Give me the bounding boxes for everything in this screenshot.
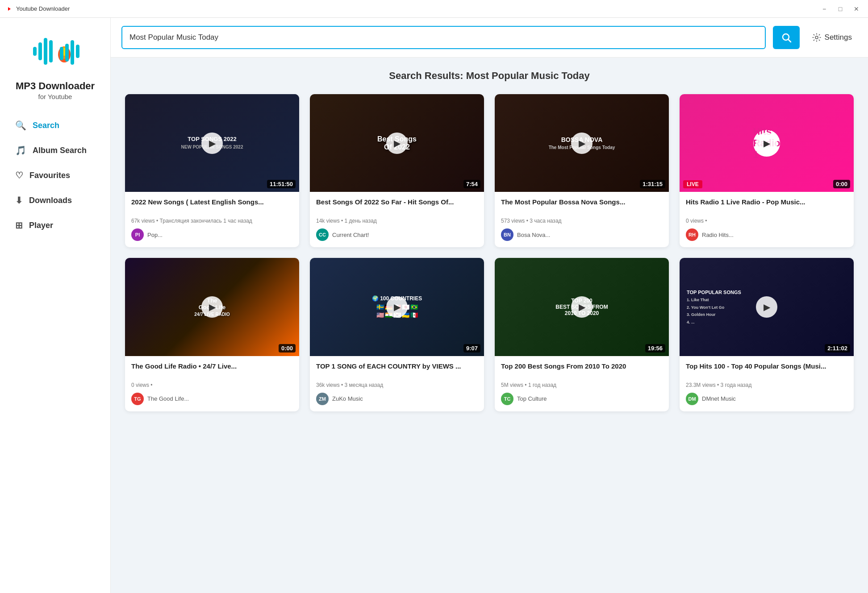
duration-5: 0:00 <box>279 344 296 352</box>
card-meta-3: 573 views • 3 часа назад <box>501 218 663 224</box>
heart-icon: ♡ <box>15 170 23 181</box>
video-card-8[interactable]: TOP POPULAR SONGS 1. Like That2. You Won… <box>680 258 854 411</box>
search-icon <box>781 32 792 43</box>
channel-name-8: DMnet Music <box>702 395 736 402</box>
live-badge-4: LIVE <box>683 180 702 188</box>
play-button-5[interactable]: ▶ <box>201 296 223 318</box>
channel-name-6: ZuKo Music <box>332 395 363 402</box>
channel-avatar-7: TC <box>501 393 513 405</box>
app-name: Youtube Downloader <box>16 5 70 12</box>
logo-area: MP3 Downloader for Youtube <box>16 27 95 100</box>
play-button-4[interactable]: ▶ <box>756 133 777 154</box>
thumbnail-6: 🌍 100 COUNTRIES 🇸🇪🇩🇪🇫🇷🇯🇵🇧🇷 🇺🇸🇮🇳🇰🇷🇺🇦🇲🇽 ▶ … <box>310 258 484 356</box>
duration-4: 0:00 <box>833 180 850 188</box>
play-button-3[interactable]: ▶ <box>571 133 593 154</box>
sidebar-item-downloads[interactable]: ⬇ Downloads <box>7 189 103 212</box>
search-input[interactable] <box>121 26 766 49</box>
sidebar-item-album-search[interactable]: 🎵 Album Search <box>7 139 103 162</box>
main-content: Settings Search Results: Most Popular Mu… <box>111 18 868 593</box>
play-button-6[interactable]: ▶ <box>386 296 408 318</box>
sidebar-item-search[interactable]: 🔍 Search <box>7 114 103 137</box>
video-card-7[interactable]: TOP 200BEST SONGS FROM2010 TO 2020 ▶ 19:… <box>495 258 669 411</box>
minimize-button[interactable]: − <box>818 3 830 15</box>
card-info-3: The Most Popular Bossa Nova Songs... 573… <box>495 192 669 247</box>
sidebar-label-favourites: Favourites <box>29 171 70 180</box>
channel-avatar-8: DM <box>686 393 698 405</box>
sidebar-label-search: Search <box>33 121 59 130</box>
card-info-2: Best Songs Of 2022 So Far - Hit Songs Of… <box>310 192 484 247</box>
duration-6: 9:07 <box>463 344 480 352</box>
results-grid: TOP SONGS 2022NEW POPULAR SONGS 2022 ▶ 1… <box>125 94 854 411</box>
video-card-1[interactable]: TOP SONGS 2022NEW POPULAR SONGS 2022 ▶ 1… <box>125 94 299 247</box>
settings-button[interactable]: Settings <box>807 29 857 46</box>
duration-8: 2:11:02 <box>825 344 850 352</box>
channel-avatar-2: CC <box>316 228 329 241</box>
card-meta-4: 0 views • <box>686 218 847 224</box>
svg-line-15 <box>788 40 791 42</box>
search-button[interactable] <box>773 26 800 49</box>
channel-avatar-5: TG <box>131 393 144 405</box>
results-area[interactable]: Search Results: Most Popular Music Today… <box>111 58 868 593</box>
svg-rect-5 <box>49 40 53 62</box>
card-meta-7: 5M views • 1 год назад <box>501 382 663 388</box>
sidebar-item-favourites[interactable]: ♡ Favourites <box>7 164 103 187</box>
views-2: 14k views <box>316 218 340 224</box>
sidebar: MP3 Downloader for Youtube 🔍 Search 🎵 Al… <box>0 18 111 593</box>
card-title-4: Hits Radio 1 Live Radio - Pop Music... <box>686 197 847 215</box>
time-ago-2: 1 день назад <box>345 218 377 224</box>
video-card-4[interactable]: HitsRadio 1 ▶ 0:00 LIVE Hits Radio 1 Liv… <box>680 94 854 247</box>
card-meta-6: 36k views • 3 месяца назад <box>316 382 478 388</box>
duration-3: 1:31:15 <box>640 180 665 188</box>
card-info-8: Top Hits 100 - Top 40 Popular Songs (Mus… <box>680 356 854 411</box>
svg-rect-13 <box>76 45 79 58</box>
card-info-6: TOP 1 SONG of EACH COUNTRY by VIEWS ... … <box>310 356 484 411</box>
card-channel-6: ZM ZuKo Music <box>316 393 478 405</box>
sidebar-item-player[interactable]: ⊞ Player <box>7 214 103 237</box>
card-channel-1: PI Pop... <box>131 228 293 241</box>
video-card-6[interactable]: 🌍 100 COUNTRIES 🇸🇪🇩🇪🇫🇷🇯🇵🇧🇷 🇺🇸🇮🇳🇰🇷🇺🇦🇲🇽 ▶ … <box>310 258 484 411</box>
app-title: MP3 Downloader <box>16 80 95 92</box>
views-6: 36k views <box>316 382 340 388</box>
video-card-2[interactable]: Best SongsOf 2022 ▶ 7:54 Best Songs Of 2… <box>310 94 484 247</box>
window-controls: − □ ✕ <box>818 3 863 15</box>
duration-1: 11:51:50 <box>267 180 296 188</box>
thumbnail-4: HitsRadio 1 ▶ 0:00 LIVE <box>680 94 854 192</box>
play-button-8[interactable]: ▶ <box>756 296 777 318</box>
views-4: 0 views <box>686 218 704 224</box>
search-icon: 🔍 <box>15 120 26 131</box>
card-title-6: TOP 1 SONG of EACH COUNTRY by VIEWS ... <box>316 361 478 379</box>
views-7: 5M views <box>501 382 523 388</box>
search-bar-area: Settings <box>111 18 868 58</box>
play-button-2[interactable]: ▶ <box>386 133 408 154</box>
maximize-button[interactable]: □ <box>834 3 847 15</box>
duration-2: 7:54 <box>463 180 480 188</box>
video-card-5[interactable]: TheGood Life24/7 LIVE RADIO ▶ 0:00 The G… <box>125 258 299 411</box>
channel-name-7: Top Culture <box>517 395 547 402</box>
channel-avatar-6: ZM <box>316 393 329 405</box>
thumbnail-3: BOSSA NOVAThe Most Popular Songs Today ▶… <box>495 94 669 192</box>
card-title-2: Best Songs Of 2022 So Far - Hit Songs Of… <box>316 197 478 215</box>
titlebar: Youtube Downloader − □ ✕ <box>0 0 868 18</box>
channel-avatar-1: PI <box>131 228 144 241</box>
time-ago-7: 1 год назад <box>528 382 556 388</box>
card-info-7: Top 200 Best Songs From 2010 To 2020 5M … <box>495 356 669 411</box>
card-channel-3: BN Bosa Nova... <box>501 228 663 241</box>
card-channel-4: RH Radio Hits... <box>686 228 847 241</box>
close-button[interactable]: ✕ <box>850 3 863 15</box>
card-channel-2: CC Current Chart! <box>316 228 478 241</box>
sidebar-label-downloads: Downloads <box>29 196 72 205</box>
card-meta-1: 67k views • Трансляция закончилась 1 час… <box>131 218 293 224</box>
video-card-3[interactable]: BOSSA NOVAThe Most Popular Songs Today ▶… <box>495 94 669 247</box>
app-body: MP3 Downloader for Youtube 🔍 Search 🎵 Al… <box>0 18 868 593</box>
channel-avatar-3: BN <box>501 228 513 241</box>
gear-icon <box>812 33 821 42</box>
album-search-icon: 🎵 <box>15 145 26 156</box>
svg-rect-2 <box>33 47 37 56</box>
views-1: 67k views <box>131 218 155 224</box>
time-ago-3: 3 часа назад <box>530 218 561 224</box>
channel-name-4: Radio Hits... <box>702 232 734 238</box>
play-button-7[interactable]: ▶ <box>571 296 593 318</box>
thumbnail-8: TOP POPULAR SONGS 1. Like That2. You Won… <box>680 258 854 356</box>
play-button-1[interactable]: ▶ <box>201 133 223 154</box>
channel-name-3: Bosa Nova... <box>517 232 550 238</box>
